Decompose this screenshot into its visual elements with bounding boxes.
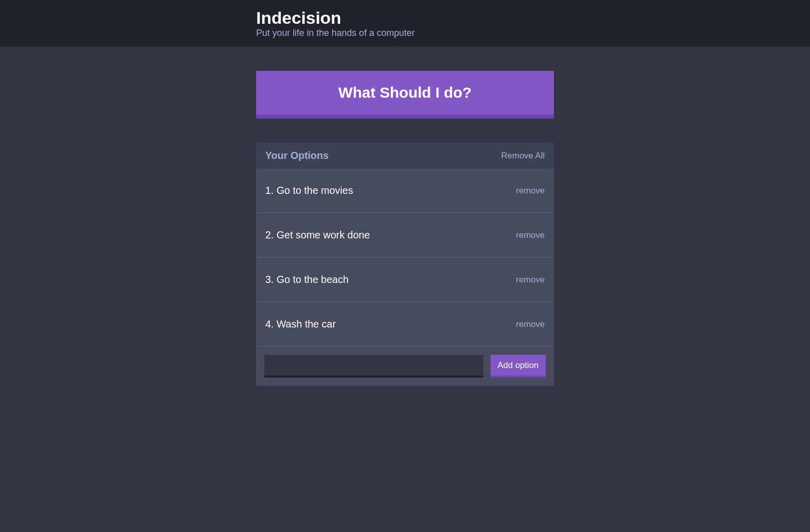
option-row: 2. Get some work doneremove bbox=[256, 213, 554, 258]
options-widget: Your Options Remove All 1. Go to the mov… bbox=[256, 143, 554, 386]
app-subtitle: Put your life in the hands of a computer bbox=[256, 28, 554, 38]
option-row: 4. Wash the carremove bbox=[256, 302, 554, 347]
option-row: 1. Go to the moviesremove bbox=[256, 169, 554, 213]
remove-option-button[interactable]: remove bbox=[516, 186, 545, 196]
widget-title: Your Options bbox=[265, 150, 329, 161]
remove-option-button[interactable]: remove bbox=[516, 230, 545, 240]
add-option-form: Add option bbox=[256, 347, 554, 386]
option-text: 3. Go to the beach bbox=[265, 274, 349, 285]
option-text: 4. Wash the car bbox=[265, 318, 336, 330]
app-header: Indecision Put your life in the hands of… bbox=[0, 0, 810, 47]
option-text: 1. Go to the movies bbox=[265, 185, 353, 196]
remove-option-button[interactable]: remove bbox=[516, 319, 545, 330]
add-option-button[interactable]: Add option bbox=[491, 355, 546, 378]
remove-option-button[interactable]: remove bbox=[516, 275, 545, 285]
add-option-input[interactable] bbox=[264, 355, 483, 378]
option-text: 2. Get some work done bbox=[265, 229, 370, 241]
option-row: 3. Go to the beachremove bbox=[256, 258, 554, 302]
remove-all-button[interactable]: Remove All bbox=[501, 151, 545, 161]
app-title: Indecision bbox=[256, 8, 554, 28]
what-should-i-do-button[interactable]: What Should I do? bbox=[256, 71, 554, 118]
widget-header: Your Options Remove All bbox=[256, 143, 554, 169]
